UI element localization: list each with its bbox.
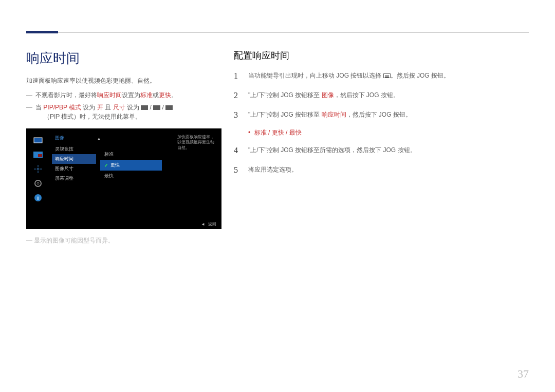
text: 。然后按 JOG 按钮。 — [391, 72, 450, 79]
note-content: 当 PIP/PBP 模式 设为 开 且 尺寸 设为 / / （PIP 模式）时，… — [35, 103, 221, 121]
pbp-icon-3 — [165, 105, 173, 110]
step-number: 4 — [234, 144, 241, 157]
highlight-red: 更快 — [159, 91, 171, 99]
options-bullet: • 标准 / 更快 / 最快 — [248, 128, 527, 137]
arrow-up-icon: ▲ — [97, 137, 101, 140]
osd-sidebar: i — [31, 137, 45, 221]
step-number: 2 — [234, 89, 241, 102]
step-number: 5 — [234, 164, 241, 176]
highlight-red: 响应时间 — [322, 111, 346, 118]
text: 设置为 — [122, 91, 140, 99]
highlight-red: 更快 — [272, 129, 284, 136]
osd-option: 最快 — [100, 171, 162, 181]
text: 设为 — [81, 104, 97, 111]
step-text: 将应用选定选项。 — [248, 164, 527, 176]
move-icon — [33, 165, 43, 173]
step-number: 3 — [234, 109, 241, 121]
main-title: 响应时间 — [26, 49, 221, 67]
check-icon: ✓ — [104, 163, 108, 168]
step-4: 4 "上/下"控制 JOG 按钮移至所需的选项，然后按下 JOG 按钮。 — [234, 144, 527, 157]
text: / — [160, 104, 165, 111]
text: / — [284, 129, 289, 136]
pbp-icon-2 — [153, 105, 160, 110]
pbp-icon-1 — [141, 105, 148, 110]
svg-point-8 — [35, 180, 41, 186]
option-label: 更快 — [110, 162, 120, 169]
svg-point-3 — [37, 168, 39, 170]
osd-scroll-arrows: ▲ — [97, 137, 101, 140]
text: / — [267, 129, 272, 136]
step-text: "上/下"控制 JOG 按钮移至 图像，然后按下 JOG 按钮。 — [248, 89, 527, 102]
step-text: "上/下"控制 JOG 按钮移至所需的选项，然后按下 JOG 按钮。 — [248, 144, 527, 157]
left-column: 响应时间 加速面板响应速率以使视频色彩更艳丽、自然。 ― 不观看影片时，最好将响… — [26, 49, 221, 245]
text: 当 — [35, 104, 43, 111]
svg-text:i: i — [38, 195, 39, 201]
highlight-red: 开 — [97, 104, 103, 111]
osd-screenshot: i 图像 灵视竞技 响应时间 图像尺寸 屏幕调整 ▲ 标准 ✓更快 最快 加快面… — [26, 128, 221, 229]
step-3: 3 "上/下"控制 JOG 按钮移至 响应时间，然后按下 JOG 按钮。 — [234, 109, 527, 121]
text: "上/下"控制 JOG 按钮移至 — [248, 91, 322, 99]
osd-options-column: 标准 ✓更快 最快 — [100, 149, 162, 181]
menu-icon — [383, 73, 391, 78]
text: 当功能键导引出现时，向上移动 JOG 按钮以选择 — [248, 72, 383, 79]
text: 。 — [171, 91, 177, 99]
text: / — [148, 104, 153, 111]
highlight-red: 图像 — [322, 91, 334, 99]
osd-menu-item: 灵视竞技 — [52, 144, 96, 154]
highlight-red: PIP/PBP 模式 — [43, 104, 81, 111]
svg-rect-2 — [38, 154, 42, 157]
highlight-red: 尺寸 — [113, 104, 125, 111]
osd-option-active: ✓更快 — [100, 160, 162, 171]
footnote: ― 显示的图像可能因型号而异。 — [26, 236, 221, 245]
monitor-icon — [33, 137, 43, 144]
osd-menu-item: 屏幕调整 — [52, 174, 96, 183]
osd-option: 标准 — [100, 149, 162, 160]
text: 不观看影片时，最好将 — [35, 91, 97, 99]
back-label: 返回 — [208, 221, 216, 227]
right-column: 配置响应时间 1 当功能键导引出现时，向上移动 JOG 按钮以选择 。然后按 J… — [234, 49, 527, 183]
osd-help-text: 加快面板响应速率，以使视频显得更生动自然。 — [177, 135, 217, 151]
description: 加速面板响应速率以使视频色彩更艳丽、自然。 — [26, 77, 221, 85]
text: "上/下"控制 JOG 按钮移至 — [248, 111, 322, 118]
step-text: "上/下"控制 JOG 按钮移至 响应时间，然后按下 JOG 按钮。 — [248, 109, 527, 121]
text: ，然后按下 JOG 按钮。 — [334, 91, 399, 99]
back-arrow-icon: ◄ — [201, 222, 205, 227]
option-label: 最快 — [104, 173, 114, 179]
highlight-red: 标准 — [254, 129, 267, 136]
text: （PIP 模式）时，无法使用此菜单。 — [44, 113, 141, 120]
header-accent — [26, 31, 58, 33]
svg-rect-0 — [34, 138, 42, 143]
svg-point-9 — [37, 182, 39, 184]
info-icon: i — [33, 194, 43, 201]
osd-menu-item-selected: 响应时间 — [52, 154, 96, 164]
osd-footer: ◄ 返回 — [201, 221, 216, 227]
note-item-1: ― 不观看影片时，最好将响应时间设置为标准或更快。 — [26, 90, 221, 100]
section-title: 配置响应时间 — [234, 49, 527, 62]
page-number: 37 — [517, 367, 529, 381]
step-5: 5 将应用选定选项。 — [234, 164, 527, 176]
step-number: 1 — [234, 70, 241, 82]
pip-icon — [33, 151, 43, 158]
highlight-red: 响应时间 — [97, 91, 122, 99]
gear-icon — [33, 180, 43, 187]
header-divider — [26, 32, 529, 32]
text: 设为 — [125, 104, 141, 111]
osd-menu-item: 图像尺寸 — [52, 164, 96, 174]
step-1: 1 当功能键导引出现时，向上移动 JOG 按钮以选择 。然后按 JOG 按钮。 — [234, 70, 527, 82]
option-label: 标准 — [104, 151, 114, 158]
dash-icon: ― — [26, 90, 32, 100]
osd-menu-title: 图像 — [52, 135, 96, 141]
text: 且 — [103, 104, 113, 111]
step-2: 2 "上/下"控制 JOG 按钮移至 图像，然后按下 JOG 按钮。 — [234, 89, 527, 102]
note-item-2: ― 当 PIP/PBP 模式 设为 开 且 尺寸 设为 / / （PIP 模式）… — [26, 103, 221, 121]
osd-menu-column: 图像 灵视竞技 响应时间 图像尺寸 屏幕调整 — [52, 135, 96, 183]
footnote-text: 显示的图像可能因型号而异。 — [34, 237, 114, 244]
text: 或 — [153, 91, 159, 99]
highlight-red: 标准 — [140, 91, 153, 99]
dash-icon: ― — [26, 103, 32, 121]
note-content: 不观看影片时，最好将响应时间设置为标准或更快。 — [35, 90, 221, 100]
highlight-red: 最快 — [289, 129, 302, 136]
step-text: 当功能键导引出现时，向上移动 JOG 按钮以选择 。然后按 JOG 按钮。 — [248, 70, 527, 82]
text: ，然后按下 JOG 按钮。 — [346, 111, 412, 118]
bullet-icon: • — [248, 129, 250, 136]
